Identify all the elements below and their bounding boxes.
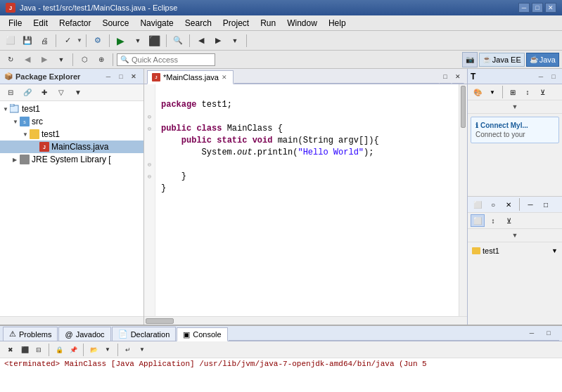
fold-marker-class[interactable]: ⊖	[146, 111, 154, 123]
java-perspective[interactable]: ☕ Java	[526, 53, 559, 67]
pin-console-button[interactable]: 📌	[67, 344, 79, 356]
tree-more-button[interactable]: ▼	[70, 85, 86, 100]
menu-project[interactable]: Project	[217, 15, 255, 30]
history-button[interactable]: ▼	[227, 33, 243, 48]
new-button[interactable]: ⬜	[3, 33, 18, 48]
run-dropdown[interactable]: ▼	[130, 33, 146, 48]
h-scrollbar-thumb[interactable]	[146, 318, 174, 324]
minimize-panel-button[interactable]: ─	[103, 71, 114, 82]
maximize-panel-button[interactable]: □	[115, 71, 127, 82]
maximize-button[interactable]: □	[532, 3, 543, 13]
menu-file[interactable]: File	[3, 15, 27, 30]
bottom-tab-console[interactable]: ▣ Console	[177, 327, 227, 341]
nav-dropdown-button[interactable]: ▼	[53, 52, 69, 67]
fold-marker-close[interactable]: ⊖	[146, 159, 154, 171]
tree-filter-button[interactable]: ▽	[53, 85, 69, 100]
back-nav-button[interactable]: ◀	[20, 52, 35, 67]
menu-help[interactable]: Help	[323, 15, 352, 30]
right-arrow-button[interactable]: ↕	[521, 86, 535, 98]
tab-close-button[interactable]: ✕	[222, 74, 227, 81]
bottom-tab-problems[interactable]: ⚠ Problems	[3, 327, 58, 341]
overview-button[interactable]: ⬡	[77, 52, 92, 67]
editor-tab-mainclass[interactable]: J *MainClass.java ✕	[147, 70, 234, 84]
build-dropdown-arrow[interactable]: ▼	[77, 37, 82, 44]
editor-close-button[interactable]: ✕	[452, 70, 464, 84]
right-minimize-button[interactable]: ─	[535, 71, 547, 82]
right-maximize-button[interactable]: □	[548, 71, 559, 82]
menu-edit[interactable]: Edit	[27, 15, 53, 30]
tree-scrollbar[interactable]	[0, 316, 143, 325]
collapse-all-button[interactable]: ⊟	[3, 85, 18, 100]
menu-search[interactable]: Search	[179, 15, 217, 30]
quick-access-search[interactable]: 🔍	[117, 53, 215, 66]
menu-source[interactable]: Source	[96, 15, 134, 30]
scroll-lock-button[interactable]: 🔒	[53, 344, 65, 356]
scrollbar-thumb[interactable]	[461, 86, 466, 128]
right-new-button[interactable]: 🎨	[471, 86, 485, 98]
menu-run[interactable]: Run	[255, 15, 281, 30]
right2-btn2[interactable]: ○	[486, 198, 500, 211]
new-java-button[interactable]: ✚	[37, 85, 52, 100]
right2-maximize[interactable]: □	[539, 198, 553, 211]
menu-navigate[interactable]: Navigate	[134, 15, 179, 30]
tree-item-src[interactable]: ▼ s src	[0, 115, 143, 128]
code-editor[interactable]: ⊖ ⊖ ⊖ ⊖ package test1; public class Main…	[144, 84, 467, 316]
bottom-tab-javadoc[interactable]: @ Javadoc	[58, 327, 110, 341]
right-grid-button[interactable]: ⊞	[506, 86, 520, 98]
fwd-nav-button[interactable]: ▶	[37, 52, 52, 67]
open-type-button[interactable]: 🔍	[170, 33, 186, 48]
horizontal-scrollbar[interactable]	[144, 316, 467, 325]
right2-minimize[interactable]: ─	[523, 198, 537, 211]
bottom-maximize-button[interactable]: □	[541, 327, 556, 339]
menu-window[interactable]: Window	[281, 15, 323, 30]
minimize-button[interactable]: ─	[518, 3, 530, 13]
editor-scrollbar[interactable]	[459, 84, 467, 316]
prev-button[interactable]: ◀	[193, 33, 209, 48]
right2-btn3[interactable]: ✕	[502, 198, 516, 211]
run-button[interactable]: ▶	[113, 33, 129, 48]
fold-marker-end[interactable]: ⊖	[146, 171, 154, 183]
menu-refactor[interactable]: Refactor	[53, 15, 96, 30]
right2-tb1[interactable]: ⬜	[471, 214, 485, 227]
right2-tb2[interactable]: ↕	[486, 214, 500, 227]
perspective-capture-button[interactable]: 📷	[462, 52, 478, 67]
fold-marker-method[interactable]: ⊖	[146, 123, 154, 135]
right-project-item[interactable]: test1 ▼	[471, 245, 559, 256]
print-button[interactable]: 🖨	[37, 33, 52, 48]
zoom-in-button[interactable]: ⊕	[94, 52, 109, 67]
right-dropdown-button[interactable]: ▼	[485, 86, 499, 98]
remove-all-button[interactable]: ⊟	[32, 344, 45, 356]
tree-item-test1-project[interactable]: ▼ test1	[0, 103, 143, 115]
console-more-button[interactable]: ▼	[136, 344, 148, 356]
close-button[interactable]: ✕	[545, 3, 556, 13]
word-wrap-button[interactable]: ↵	[122, 344, 134, 356]
sync-button[interactable]: ↻	[3, 52, 18, 67]
right2-tb3[interactable]: ⊻	[502, 214, 516, 227]
clear-console-button[interactable]: ✖	[4, 344, 17, 356]
right-sort-button[interactable]: ⊻	[535, 86, 549, 98]
console-dropdown-button[interactable]: ▼	[101, 344, 114, 356]
build-button[interactable]: ✓	[60, 33, 75, 48]
stop-button[interactable]: ⬛	[147, 33, 162, 48]
link-editor-button[interactable]: 🔗	[20, 85, 35, 100]
open-console-button[interactable]: 📂	[87, 344, 100, 356]
right2-btn1[interactable]: ⬜	[471, 198, 485, 211]
tree-item-jre[interactable]: ▶ JRE System Library [	[0, 153, 143, 166]
search-input[interactable]	[132, 55, 202, 64]
close-panel-button[interactable]: ✕	[128, 71, 139, 82]
terminate-button[interactable]: ⬛	[18, 344, 31, 356]
code-content[interactable]: package test1; public class MainClass { …	[155, 84, 459, 316]
right-tab-t[interactable]: T	[471, 72, 475, 81]
collapse-chevron[interactable]: ▼	[512, 103, 518, 110]
right-bottom-section: test1 ▼	[468, 242, 562, 325]
bottom-tab-declaration[interactable]: 📄 Declaration	[112, 327, 177, 341]
tree-item-mainclass[interactable]: ▶ J MainClass.java	[0, 141, 143, 153]
collapse-chevron2[interactable]: ▼	[512, 232, 518, 239]
java-ee-perspective[interactable]: ☕ Java EE	[479, 53, 525, 67]
debug-button[interactable]: ⚙	[90, 33, 106, 48]
editor-maximize-button[interactable]: □	[439, 70, 452, 84]
next-button[interactable]: ▶	[210, 33, 226, 48]
bottom-minimize-button[interactable]: ─	[524, 327, 539, 339]
tree-item-test1-package[interactable]: ▼ test1	[0, 128, 143, 141]
save-button[interactable]: 💾	[20, 33, 35, 48]
